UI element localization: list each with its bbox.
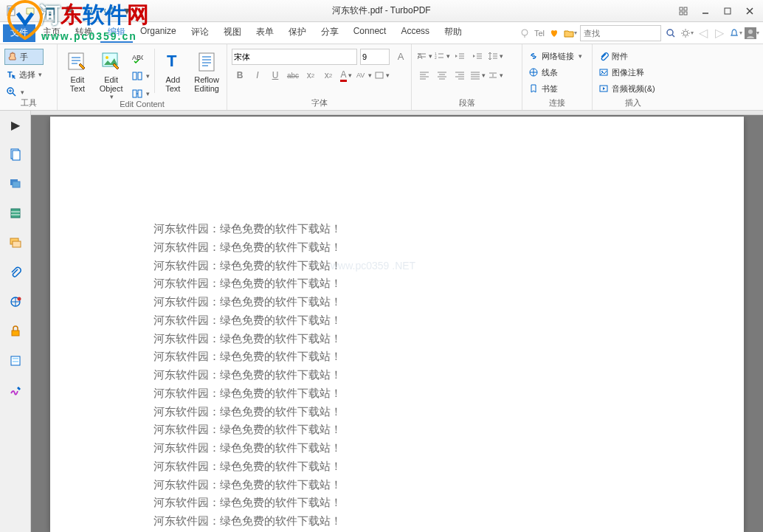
qa-redo-icon[interactable] bbox=[100, 4, 115, 18]
edit-text-label: Edit Text bbox=[62, 75, 93, 93]
char-spacing-button[interactable]: AV▾ bbox=[356, 68, 372, 83]
underline-button[interactable]: U bbox=[267, 68, 283, 83]
search-icon[interactable] bbox=[664, 27, 677, 40]
hand-label: 手 bbox=[20, 52, 28, 63]
edit-object-button[interactable]: Edit Object ▾ bbox=[96, 49, 127, 102]
prev-icon[interactable]: ◁ bbox=[697, 27, 710, 40]
image-annotation-button[interactable]: 图像注释 bbox=[597, 65, 646, 80]
document-viewport[interactable]: 河东软件园：绿色免费的软件下载站！河东软件园：绿色免费的软件下载站！河东软件园：… bbox=[31, 111, 763, 532]
number-list-button[interactable]: 12▾ bbox=[434, 49, 450, 63]
menu-转换[interactable]: 转换 bbox=[68, 23, 100, 43]
attachment-button[interactable]: 附件 bbox=[597, 49, 629, 63]
reflow-button[interactable]: Reflow Editing bbox=[191, 49, 222, 93]
edit-content-group-label: Edit Content bbox=[58, 100, 227, 108]
spellcheck-icon: ABC bbox=[131, 52, 143, 64]
scale-icon bbox=[374, 71, 384, 80]
line-link-button[interactable]: 线条 bbox=[527, 65, 559, 80]
paragraph-group-label: 段落 bbox=[412, 97, 522, 108]
document-line: 河东软件园：绿色免费的软件下载站！ bbox=[153, 348, 744, 366]
ribbon-options-icon[interactable] bbox=[673, 3, 694, 19]
bookmarks-panel-icon[interactable] bbox=[7, 205, 24, 221]
minimize-button[interactable] bbox=[695, 3, 716, 19]
indent-button[interactable] bbox=[469, 49, 486, 63]
scale-button[interactable]: ▾ bbox=[373, 68, 390, 83]
align-left-icon bbox=[419, 71, 429, 80]
folder-search-icon[interactable]: ▾ bbox=[564, 27, 577, 40]
svg-text:T: T bbox=[167, 52, 177, 70]
expand-nav-icon[interactable]: ▶ bbox=[7, 117, 24, 133]
qa-save-icon[interactable] bbox=[43, 4, 58, 18]
svg-rect-6 bbox=[684, 7, 687, 10]
select-tool[interactable]: T 选择 ▾ bbox=[4, 66, 44, 83]
font-group-label: 字体 bbox=[227, 97, 411, 108]
qa-open-icon[interactable] bbox=[24, 4, 38, 18]
align-center-button[interactable] bbox=[434, 68, 450, 83]
attachments-panel-icon[interactable] bbox=[7, 264, 24, 280]
menu-主页[interactable]: 主页 bbox=[35, 23, 68, 43]
menu-视图[interactable]: 视图 bbox=[216, 23, 249, 43]
edit-text-button[interactable]: Edit Text bbox=[62, 49, 93, 93]
qa-dropdown-icon[interactable]: ▾ bbox=[120, 4, 134, 18]
para-spacing-button[interactable]: ▾ bbox=[487, 68, 503, 83]
menu-帮助[interactable]: 帮助 bbox=[437, 23, 469, 43]
spellcheck-button[interactable]: ABC bbox=[130, 50, 151, 66]
bullet-list-button[interactable]: ▾ bbox=[416, 49, 432, 63]
menu-organize[interactable]: Organize bbox=[133, 23, 184, 43]
add-text-button[interactable]: T Add Text bbox=[157, 49, 188, 93]
document-line: 河东软件园：绿色免费的软件下载站！ bbox=[153, 476, 744, 494]
bold-button[interactable]: B bbox=[232, 68, 248, 83]
share-panel-icon[interactable] bbox=[7, 294, 24, 310]
strike-button[interactable]: abc bbox=[285, 68, 301, 83]
join-text-button[interactable]: ▾ bbox=[130, 68, 151, 84]
heart-icon[interactable] bbox=[548, 27, 561, 40]
italic-button[interactable]: I bbox=[249, 68, 266, 83]
superscript-button[interactable]: x2 bbox=[303, 68, 319, 83]
layers-panel-icon[interactable] bbox=[7, 176, 24, 192]
file-menu[interactable]: 文件 bbox=[3, 24, 35, 42]
font-family-select[interactable] bbox=[232, 49, 357, 65]
maximize-button[interactable] bbox=[717, 3, 738, 19]
align-justify-icon bbox=[470, 71, 480, 80]
search-input[interactable] bbox=[580, 25, 661, 41]
hand-tool[interactable]: 手 bbox=[4, 49, 44, 65]
svg-rect-93 bbox=[13, 361, 18, 362]
next-icon[interactable]: ▷ bbox=[713, 27, 726, 40]
menu-分享[interactable]: 分享 bbox=[314, 23, 346, 43]
link-text-icon bbox=[131, 88, 143, 100]
font-color-button[interactable]: A▾ bbox=[338, 68, 354, 83]
audio-video-button[interactable]: 音频视频(&) bbox=[597, 81, 657, 96]
align-left-button[interactable] bbox=[416, 68, 432, 83]
subscript-button[interactable]: x2 bbox=[320, 68, 336, 83]
signature-panel-icon[interactable] bbox=[7, 382, 24, 398]
security-panel-icon[interactable] bbox=[7, 323, 24, 339]
bulb-icon[interactable] bbox=[518, 27, 531, 40]
outdent-button[interactable] bbox=[452, 49, 468, 63]
line-spacing-button[interactable]: ▾ bbox=[487, 49, 503, 63]
close-button[interactable] bbox=[739, 3, 760, 19]
align-justify-button[interactable]: ▾ bbox=[469, 68, 486, 83]
menu-表单[interactable]: 表单 bbox=[249, 23, 281, 43]
pages-panel-icon[interactable] bbox=[7, 146, 24, 162]
document-line: 河东软件园：绿色免费的软件下载站！ bbox=[153, 366, 744, 384]
qa-print-icon[interactable] bbox=[62, 4, 77, 18]
menu-保护[interactable]: 保护 bbox=[281, 23, 314, 43]
titlebar: ▾ 河东软件.pdf - TurboPDF bbox=[0, 0, 763, 22]
bookmark-button[interactable]: 书签 bbox=[527, 81, 559, 96]
menu-编辑[interactable]: 编辑 bbox=[100, 23, 133, 43]
bell-icon[interactable]: ▾ bbox=[729, 27, 742, 40]
svg-point-28 bbox=[106, 56, 108, 59]
menu-connect[interactable]: Connect bbox=[346, 23, 394, 43]
qa-undo-icon[interactable] bbox=[81, 4, 96, 18]
grow-font-icon[interactable]: A bbox=[393, 49, 409, 63]
document-line: 河东软件园：绿色免费的软件下载站！ bbox=[153, 457, 744, 476]
form-panel-icon[interactable] bbox=[7, 353, 24, 369]
font-size-select[interactable] bbox=[360, 49, 390, 65]
user-icon[interactable]: ▾ bbox=[745, 27, 759, 40]
gear-icon[interactable]: ▾ bbox=[680, 27, 694, 40]
number-list-icon: 12 bbox=[435, 52, 445, 61]
web-link-button[interactable]: 网络链接▾ bbox=[527, 49, 584, 63]
align-right-button[interactable] bbox=[452, 68, 468, 83]
comments-panel-icon[interactable] bbox=[7, 235, 24, 251]
menu-评论[interactable]: 评论 bbox=[184, 23, 216, 43]
menu-access[interactable]: Access bbox=[393, 23, 437, 43]
